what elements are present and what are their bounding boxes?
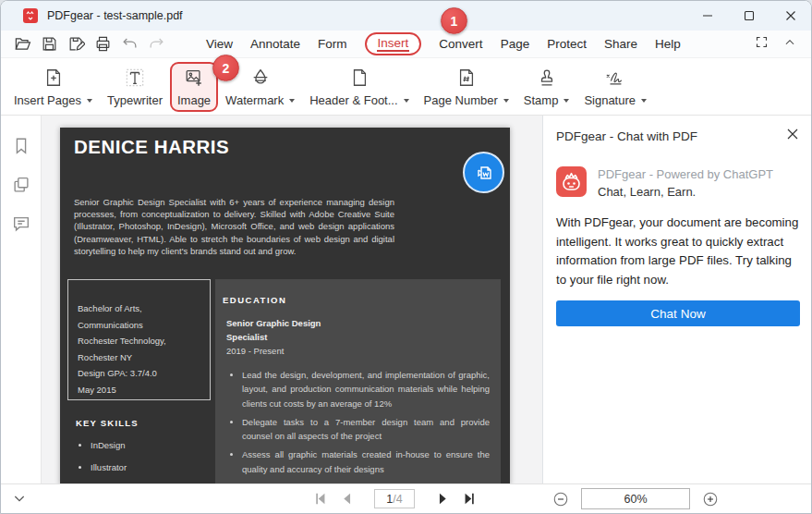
tab-protect[interactable]: Protect	[547, 34, 587, 54]
tab-help[interactable]: Help	[655, 34, 681, 54]
tab-view[interactable]: View	[206, 34, 233, 54]
statusbar: 1 /4 60%	[1, 483, 811, 513]
page-number-button[interactable]: Page Number	[417, 62, 516, 112]
quick-actions	[12, 31, 166, 57]
page-number-input[interactable]: 1 /4	[374, 489, 415, 508]
chat-now-button[interactable]: Chat Now	[556, 300, 800, 326]
education-detail-line: Communications	[78, 317, 204, 334]
insert-pages-button[interactable]: Insert Pages	[6, 62, 100, 112]
close-button[interactable]	[770, 1, 811, 31]
key-skills-heading: KEY SKILLS	[76, 418, 139, 428]
tab-share[interactable]: Share	[604, 34, 637, 54]
window-controls	[686, 1, 811, 31]
menubar-right-controls	[755, 31, 796, 57]
pdf-viewer[interactable]: DENICE HARRIS Senior Graphic Design Spec…	[42, 116, 542, 485]
chat-brand-line2: Chat, Learn, Earn.	[598, 183, 773, 201]
tab-page[interactable]: Page	[501, 34, 530, 54]
bookmarks-panel-icon[interactable]	[11, 136, 31, 156]
key-skill-item: Illustrator	[91, 457, 127, 479]
zoom-controls: 60%	[552, 484, 719, 513]
convert-to-word-icon[interactable]	[463, 152, 504, 193]
chat-brand-line1: PDFgear - Powered by ChatGPT	[598, 166, 773, 183]
print-icon[interactable]	[92, 34, 113, 55]
job-bullets-list: Lead the design, development, and implem…	[223, 368, 495, 485]
education-detail-line: Design GPA: 3.7/4.0	[78, 365, 204, 382]
last-page-icon[interactable]	[461, 491, 478, 508]
save-icon[interactable]	[39, 34, 59, 55]
current-page: 1	[386, 493, 393, 506]
watermark-icon	[250, 66, 271, 88]
resume-experience-section: EDUCATION Senior Graphic Design Speciali…	[215, 279, 501, 485]
maximize-button[interactable]	[728, 1, 770, 31]
chevron-down-icon	[404, 99, 409, 103]
chevron-down-icon	[289, 99, 295, 103]
stamp-label: Stamp	[524, 93, 559, 107]
zoom-in-icon[interactable]	[702, 491, 719, 508]
stamp-icon	[537, 66, 557, 88]
typewriter-label: Typewriter	[107, 93, 163, 107]
tab-annotate[interactable]: Annotate	[250, 34, 300, 54]
titlebar: PDFgear - test-sample.pdf	[1, 1, 811, 31]
chat-with-pdf-panel: PDFgear - Chat with PDF PDFg	[542, 116, 812, 485]
job-title-line1: Senior Graphic Design	[226, 316, 495, 330]
next-page-icon[interactable]	[434, 491, 451, 508]
chat-description: With PDFgear, your document are becoming…	[556, 214, 799, 289]
signature-button[interactable]: Signature	[576, 62, 654, 112]
resume-education-details: Bachelor of Arts, Communications Rochest…	[67, 279, 211, 400]
chevron-down-icon	[564, 99, 569, 103]
signature-label: Signature	[584, 93, 636, 107]
window-title: PDFgear - test-sample.pdf	[47, 9, 183, 22]
image-plus-icon	[184, 66, 204, 88]
key-skill-item: InDesign	[91, 434, 127, 457]
education-detail-line: Rochester NY	[78, 349, 204, 366]
job-bullet: Delegate tasks to a 7-member design team…	[242, 415, 495, 444]
open-file-icon[interactable]	[12, 34, 32, 55]
thumbnails-panel-icon[interactable]	[11, 175, 31, 195]
resume-summary: Senior Graphic Design Specialist with 6+…	[74, 196, 394, 257]
app-window: PDFgear - test-sample.pdf	[0, 0, 812, 514]
education-heading: EDUCATION	[223, 295, 495, 305]
insert-pages-label: Insert Pages	[14, 93, 81, 107]
tab-convert[interactable]: Convert	[439, 34, 482, 54]
redo-icon[interactable]	[146, 34, 166, 55]
signature-icon	[604, 66, 626, 88]
insert-pages-icon	[43, 66, 64, 88]
job-bullet: Lead the design, development, and implem…	[242, 368, 495, 410]
total-pages: /4	[393, 493, 402, 506]
previous-page-icon[interactable]	[338, 491, 355, 508]
tab-form[interactable]: Form	[318, 34, 347, 54]
header-footer-label: Header & Foot...	[309, 93, 397, 107]
page-navigation: 1 /4	[311, 484, 478, 513]
pdfgear-logo-icon	[23, 8, 38, 23]
menubar: View Annotate Form Insert Convert Page P…	[1, 31, 811, 58]
key-skills-list: InDesign Illustrator	[79, 434, 127, 479]
watermark-label: Watermark	[225, 93, 284, 107]
image-button[interactable]: Image	[170, 62, 218, 112]
step-2-badge: 2	[212, 55, 239, 81]
chat-panel-title: PDFgear - Chat with PDF	[556, 129, 697, 143]
chevron-down-icon[interactable]	[12, 491, 29, 508]
fullscreen-icon[interactable]	[755, 35, 769, 53]
education-detail-line: Bachelor of Arts,	[78, 300, 204, 317]
step-1-badge: 1	[441, 7, 467, 34]
zoom-out-icon[interactable]	[552, 491, 569, 508]
save-as-icon[interactable]	[66, 34, 86, 55]
stamp-button[interactable]: Stamp	[516, 62, 577, 112]
undo-icon[interactable]	[119, 34, 139, 55]
resume-name: DENICE HARRIS	[74, 136, 229, 158]
typewriter-icon	[125, 66, 145, 88]
comments-panel-icon[interactable]	[11, 214, 31, 234]
ribbon-tabs: View Annotate Form Insert Convert Page P…	[206, 31, 681, 57]
minimize-button[interactable]	[686, 1, 728, 31]
tab-insert[interactable]: Insert	[365, 32, 422, 55]
job-bullet: Assess all graphic materials created in-…	[242, 447, 495, 476]
collapse-ribbon-icon[interactable]	[783, 36, 796, 53]
job-title-line2: Specialist	[226, 330, 495, 344]
pdfgear-robot-icon	[556, 166, 587, 197]
close-panel-icon[interactable]	[784, 126, 801, 142]
zoom-level-input[interactable]: 60%	[581, 488, 690, 509]
header-footer-button[interactable]: Header & Foot...	[302, 62, 416, 112]
typewriter-button[interactable]: Typewriter	[100, 62, 170, 112]
insert-toolbar: Insert Pages Typewriter Image Watermark …	[1, 58, 811, 116]
first-page-icon[interactable]	[311, 491, 328, 508]
